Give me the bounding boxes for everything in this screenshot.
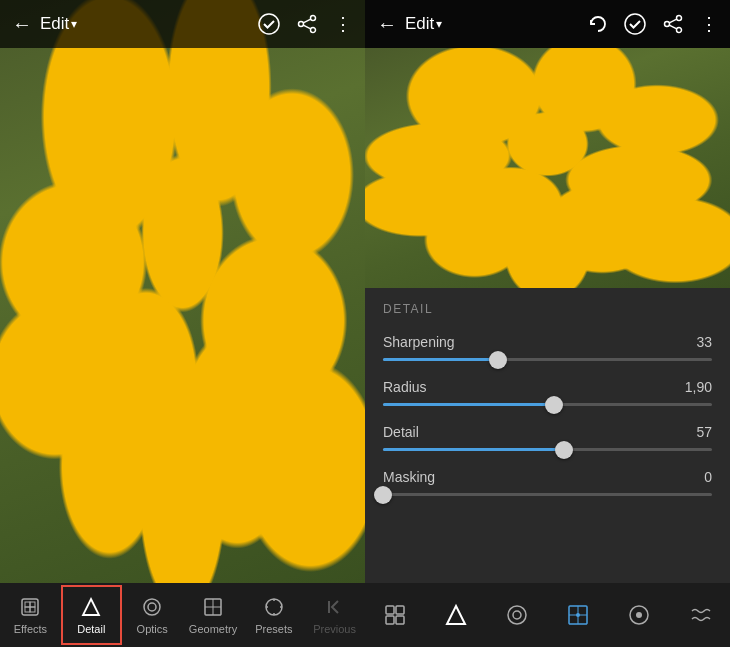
radius-track[interactable] [383,403,712,406]
svg-rect-8 [30,602,35,607]
right-bottom-toolbar [365,583,730,647]
toolbar-item-geometry[interactable]: Geometry [183,585,244,645]
presets-icon [262,595,286,619]
svg-point-34 [508,606,526,624]
left-title-dropdown[interactable]: ▾ [71,17,77,31]
left-edit-title: Edit [40,14,69,34]
right-toolbar-previous[interactable] [674,585,726,645]
right-edit-title: Edit [405,14,434,34]
svg-point-25 [665,22,670,27]
svg-line-5 [303,25,310,29]
right-photo [365,48,730,288]
right-share-icon[interactable] [662,13,684,35]
masking-row: Masking 0 [383,469,712,496]
svg-point-2 [299,22,304,27]
detail-label: Detail [77,623,105,635]
svg-point-39 [576,613,580,617]
right-title-dropdown[interactable]: ▾ [436,17,442,31]
previous-icon [323,595,347,619]
left-toolbar: Effects Detail Optics [0,583,365,647]
right-toolbar-geometry[interactable] [552,585,604,645]
right-photo-image [365,48,730,288]
radius-thumb[interactable] [545,396,563,414]
optics-label: Optics [137,623,168,635]
optics-icon [140,595,164,619]
detail-panel: DETAIL Sharpening 33 Radius 1,90 [365,288,730,583]
toolbar-item-previous[interactable]: Previous [304,585,365,645]
detail-track[interactable] [383,448,712,451]
left-more-icon[interactable]: ⋮ [334,13,353,35]
svg-point-1 [311,16,316,21]
left-header: ← Edit ▾ ⋮ [0,0,365,48]
left-check-icon[interactable] [258,13,280,35]
svg-rect-9 [25,607,30,612]
svg-point-3 [311,28,316,33]
svg-rect-29 [386,606,394,614]
right-toolbar-effects[interactable] [369,585,421,645]
toolbar-item-optics[interactable]: Optics [122,585,183,645]
detail-icon [79,595,103,619]
right-undo-icon[interactable] [586,13,608,35]
svg-line-4 [303,19,310,23]
svg-rect-7 [25,602,30,607]
detail-row: Detail 57 [383,424,712,451]
svg-marker-11 [83,599,99,615]
right-toolbar-presets[interactable] [613,585,665,645]
masking-thumb[interactable] [374,486,392,504]
sharpening-thumb[interactable] [489,351,507,369]
left-share-icon[interactable] [296,13,318,35]
right-check-icon[interactable] [624,13,646,35]
left-panel: ← Edit ▾ ⋮ [0,0,365,647]
svg-point-0 [259,14,279,34]
geometry-label: Geometry [189,623,237,635]
right-header: ← Edit ▾ ⋮ [365,0,730,48]
detail-section-title: DETAIL [383,302,712,316]
effects-label: Effects [14,623,47,635]
svg-point-23 [625,14,645,34]
svg-point-24 [677,16,682,21]
masking-label: Masking [383,469,435,485]
right-back-button[interactable]: ← [377,13,397,36]
svg-rect-31 [386,616,394,624]
svg-rect-10 [30,607,35,612]
sharpening-row: Sharpening 33 [383,334,712,361]
sharpening-track[interactable] [383,358,712,361]
radius-fill [383,403,554,406]
presets-label: Presets [255,623,292,635]
sharpening-fill [383,358,498,361]
svg-marker-33 [447,606,465,624]
masking-value: 0 [704,469,712,485]
detail-fill [383,448,564,451]
svg-line-28 [669,25,676,29]
radius-row: Radius 1,90 [383,379,712,406]
radius-value: 1,90 [685,379,712,395]
svg-point-35 [513,611,521,619]
geometry-icon [201,595,225,619]
detail-thumb[interactable] [555,441,573,459]
detail-label-text: Detail [383,424,419,440]
masking-track[interactable] [383,493,712,496]
left-back-button[interactable]: ← [12,13,32,36]
svg-line-27 [669,19,676,23]
svg-point-12 [144,599,160,615]
toolbar-item-effects[interactable]: Effects [0,585,61,645]
toolbar-item-detail[interactable]: Detail [61,585,122,645]
previous-label: Previous [313,623,356,635]
right-toolbar-optics[interactable] [491,585,543,645]
svg-rect-32 [396,616,404,624]
right-toolbar-detail[interactable] [430,585,482,645]
sharpening-value: 33 [696,334,712,350]
svg-point-26 [677,28,682,33]
svg-point-41 [636,612,642,618]
svg-point-13 [148,603,156,611]
sharpening-label: Sharpening [383,334,455,350]
detail-value: 57 [696,424,712,440]
effects-icon [18,595,42,619]
left-photo [0,0,365,583]
right-panel: ← Edit ▾ ⋮ [365,0,730,647]
left-photo-image [0,0,365,583]
svg-rect-30 [396,606,404,614]
right-more-icon[interactable]: ⋮ [700,13,718,35]
svg-point-17 [266,599,282,615]
toolbar-item-presets[interactable]: Presets [243,585,304,645]
